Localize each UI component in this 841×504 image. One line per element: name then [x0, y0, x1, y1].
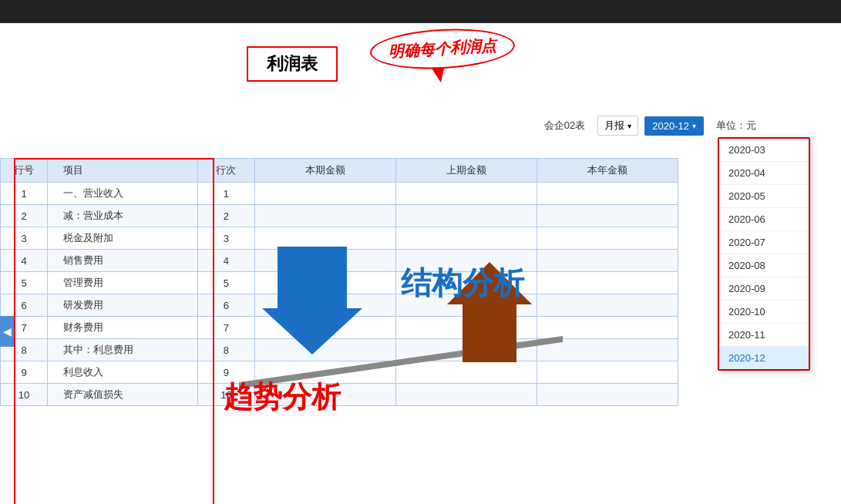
speech-bubble: 明确每个利润点 — [370, 29, 515, 69]
cell-hang: 1 — [1, 183, 48, 205]
period-value-select[interactable]: 2020-12 ▾ — [644, 116, 704, 136]
dropdown-item-5[interactable]: 2020-08 — [719, 254, 809, 277]
title-box: 利润表 — [247, 46, 338, 82]
controls-row: 会企02表 月报 ▾ 2020-12 ▾ 单位：元 — [544, 116, 756, 136]
dropdown-item-6[interactable]: 2020-09 — [719, 277, 809, 301]
th-item: 项目 — [48, 159, 198, 183]
cell-year — [537, 183, 678, 205]
dropdown-item-1[interactable]: 2020-04 — [719, 162, 809, 185]
th-hang: 行号 — [1, 159, 48, 183]
cell-last — [395, 205, 537, 227]
cell-item: 减：营业成本 — [48, 205, 198, 227]
dropdown-menu: 2020-03 2020-04 2020-05 2020-06 2020-07 … — [718, 137, 810, 371]
qushi-text: 趋势分析 — [224, 378, 341, 417]
cell-item: 销售费用 — [48, 250, 198, 272]
th-last: 上期金额 — [395, 159, 537, 183]
main-content: 明确每个利润点 利润表 会企02表 月报 ▾ 2020-12 ▾ 单位：元 20… — [0, 23, 841, 504]
cell-item: 管理费用 — [48, 272, 198, 294]
cell-ci: 6 — [198, 294, 254, 317]
th-year: 本年金额 — [537, 159, 678, 183]
cell-hang: 5 — [1, 272, 48, 294]
cell-item: 一、营业收入 — [48, 183, 198, 205]
table-row: 2 减：营业成本 2 — [1, 205, 678, 227]
table-row: 1 一、营业收入 1 — [1, 183, 678, 205]
cell-hang: 2 — [1, 205, 48, 227]
cell-item: 财务费用 — [48, 317, 198, 339]
dropdown-item-4[interactable]: 2020-07 — [719, 231, 809, 254]
cell-item: 税金及附加 — [48, 227, 198, 250]
cell-ci: 1 — [198, 183, 254, 205]
arrow-blue-down — [262, 247, 362, 354]
chevron-icon: ▾ — [627, 122, 631, 130]
cell-item: 利息收入 — [48, 361, 198, 384]
cell-ci: 5 — [198, 272, 254, 294]
dropdown-item-2[interactable]: 2020-05 — [719, 185, 809, 208]
cell-year — [537, 272, 678, 294]
cell-year — [537, 294, 678, 317]
cell-year — [537, 250, 678, 272]
cell-ci: 2 — [198, 205, 254, 227]
cell-year — [537, 227, 678, 250]
top-bar — [0, 0, 841, 23]
cell-item: 资产减值损失 — [48, 384, 198, 406]
left-nav-button[interactable]: ◀ — [0, 316, 14, 347]
cell-hang: 4 — [1, 250, 48, 272]
dropdown-item-3[interactable]: 2020-06 — [719, 208, 809, 231]
cell-hang: 9 — [1, 361, 48, 384]
company-label: 会企02表 — [544, 119, 585, 133]
period-type-select[interactable]: 月报 ▾ — [597, 116, 638, 136]
cell-current — [254, 205, 395, 227]
unit-label: 单位：元 — [716, 119, 756, 133]
jiegou-text: 结构分析 — [401, 262, 524, 304]
cell-current — [254, 183, 395, 205]
cell-item: 研发费用 — [48, 294, 198, 317]
bubble-text: 明确每个利润点 — [369, 25, 516, 72]
th-ci: 行次 — [198, 159, 254, 183]
th-current: 本期金额 — [254, 159, 395, 183]
cell-last — [395, 227, 537, 250]
cell-item: 其中：利息费用 — [48, 339, 198, 361]
bubble-tail — [432, 69, 444, 82]
chevron-icon-active: ▾ — [692, 122, 696, 130]
dropdown-item-9[interactable]: 2020-12 — [719, 347, 809, 369]
dropdown-item-0[interactable]: 2020-03 — [719, 139, 809, 162]
cell-ci: 4 — [198, 250, 254, 272]
cell-ci: 3 — [198, 227, 254, 250]
dropdown-item-7[interactable]: 2020-10 — [719, 301, 809, 324]
cell-hang: 3 — [1, 227, 48, 250]
dropdown-item-8[interactable]: 2020-11 — [719, 324, 809, 347]
cell-hang: 6 — [1, 294, 48, 317]
cell-last — [395, 183, 537, 205]
cell-hang: 10 — [1, 384, 48, 406]
cell-year — [537, 205, 678, 227]
left-nav-icon: ◀ — [3, 325, 12, 338]
